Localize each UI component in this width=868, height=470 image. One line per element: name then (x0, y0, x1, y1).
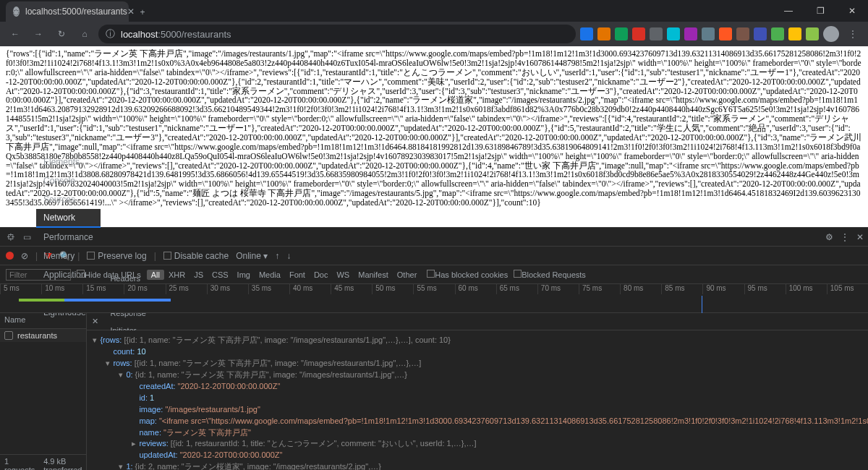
request-row[interactable]: restaurants (0, 329, 86, 342)
url-port: :5000 (158, 29, 182, 40)
extension-icon[interactable] (684, 27, 697, 40)
url-input[interactable]: ⓘ localhost:5000/restaurants (98, 25, 576, 43)
devtools-more-icon[interactable]: ⋮ (841, 232, 849, 242)
timeline-tick: 35 ms (248, 284, 289, 294)
filter-type-xhr[interactable]: XHR (164, 270, 190, 280)
browser-tab[interactable]: ◌ localhost:5000/restaurants ✕ (6, 1, 129, 22)
transferred-size: 4.9 kB transferred (43, 457, 82, 470)
devtools-close-icon[interactable]: ✕ (856, 232, 864, 242)
browser-extensions (580, 27, 819, 40)
new-tab-button[interactable]: + (133, 3, 152, 22)
network-status-bar: 1 requests 4.9 kB transferred (0, 454, 86, 470)
extension-icon[interactable] (667, 27, 680, 40)
blocked-cookies-checkbox[interactable]: Has blocked cookies (427, 270, 508, 279)
clear-button[interactable]: ⊘ (21, 251, 28, 261)
preview-pane[interactable]: ▾{rows: [{id: 1, name: "ラーメン英 下高井戸店", im… (87, 330, 868, 470)
url-path: /restaurants (182, 29, 231, 40)
window-maximize-button[interactable]: ❐ (804, 0, 836, 22)
extension-icon[interactable] (702, 27, 715, 40)
extension-icon[interactable] (580, 27, 593, 40)
preview-line[interactable]: ▾1: {id: 2, name: "ラーメン桜道家", image: "/im… (93, 461, 868, 470)
timeline-tick: 45 ms (331, 284, 372, 294)
devtools-tab-performance[interactable]: Performance (36, 228, 101, 247)
timeline-tick: 105 ms (827, 284, 868, 294)
devtools-tab-sources[interactable]: Sources (36, 190, 101, 209)
filter-type-js[interactable]: JS (190, 270, 208, 280)
preview-line[interactable]: ▾{rows: [{id: 1, name: "ラーメン英 下高井戸店", im… (93, 335, 868, 346)
filter-type-css[interactable]: CSS (208, 270, 233, 280)
extension-icon[interactable] (597, 27, 610, 40)
devtools-settings-icon[interactable]: ⚙ (825, 232, 833, 242)
filter-type-font[interactable]: Font (285, 270, 310, 280)
nav-back-button[interactable]: ← (6, 25, 25, 43)
preview-line[interactable]: createdAt: "2020-12-20T00:00:00.000Z" (93, 381, 868, 393)
timeline-tick: 95 ms (744, 284, 786, 294)
devtools-tab-console[interactable]: Console (36, 171, 101, 190)
extension-icon[interactable] (650, 27, 663, 40)
devtools-main-tabs: ⯐ ▭ ElementsConsoleSourcesNetworkPerform… (0, 228, 868, 247)
filter-type-other[interactable]: Other (393, 270, 422, 280)
extension-icon[interactable] (754, 27, 767, 40)
record-button[interactable] (6, 252, 14, 260)
devtools-tab-network[interactable]: Network (36, 209, 101, 228)
window-minimize-button[interactable]: — (773, 0, 804, 22)
request-list: Name restaurants 1 requests 4.9 kB trans… (0, 313, 87, 470)
nav-forward-button[interactable]: → (29, 25, 48, 43)
detail-close-button[interactable]: ✕ (87, 313, 103, 330)
extension-icon[interactable] (615, 27, 628, 40)
preview-line[interactable]: name: "ラーメン英 下高井戸店" (93, 427, 868, 439)
browser-titlebar: ◌ localhost:5000/restaurants ✕ + — ❐ ✕ (0, 0, 868, 22)
timeline-tick: 40 ms (289, 284, 331, 294)
preview-line[interactable]: ▾0: {id: 1, name: "ラーメン英 下高井戸店", image: … (93, 369, 868, 381)
filter-type-manifest[interactable]: Manifest (354, 270, 393, 280)
request-name: restaurants (17, 331, 57, 340)
window-close-button[interactable]: ✕ (836, 0, 868, 22)
inspect-element-icon[interactable]: ⯐ (4, 232, 17, 242)
network-timeline[interactable]: 5 ms10 ms15 ms20 ms25 ms30 ms35 ms40 ms4… (0, 284, 868, 313)
filter-type-img[interactable]: Img (233, 270, 255, 280)
preview-line[interactable]: map: "<iframe src=\"https://www.google.c… (93, 416, 868, 427)
preview-line[interactable]: ▸reviews: [{id: 1, restaurantId: 1, titl… (93, 438, 868, 450)
download-icon[interactable]: ↓ (286, 251, 291, 261)
preview-line[interactable]: id: 1 (93, 393, 868, 404)
timeline-tick: 50 ms (372, 284, 413, 294)
preview-line[interactable]: count: 10 (93, 346, 868, 358)
profile-avatar[interactable] (823, 26, 839, 42)
extension-icon[interactable] (736, 27, 749, 40)
extension-icon[interactable] (719, 27, 732, 40)
page-raw-json[interactable]: {"rows":[{"id":1,"name":"ラーメン英 下高井戸店","i… (0, 46, 868, 210)
timeline-tick: 25 ms (166, 284, 207, 294)
tab-title: localhost:5000/restaurants (25, 7, 127, 17)
timeline-tick: 85 ms (661, 284, 702, 294)
request-list-header[interactable]: Name (0, 313, 86, 329)
window-controls: — ❐ ✕ (773, 0, 868, 22)
extension-icon[interactable] (806, 27, 819, 40)
site-info-icon[interactable]: ⓘ (106, 27, 115, 40)
timeline-cursor (702, 296, 702, 313)
disable-cache-checkbox[interactable]: Disable cache (163, 251, 229, 261)
nav-reload-button[interactable]: ↻ (52, 25, 71, 43)
filter-input[interactable] (6, 269, 71, 281)
search-icon[interactable]: 🔍 (59, 251, 70, 261)
preview-line[interactable]: updatedAt: "2020-12-20T00:00:00.000Z" (93, 450, 868, 461)
preview-line[interactable]: image: "/images/restaurants/1.jpg" (93, 404, 868, 416)
filter-type-doc[interactable]: Doc (310, 270, 333, 280)
extension-icon[interactable] (771, 27, 784, 40)
filter-toggle-icon[interactable]: ⧩ (45, 251, 52, 261)
extension-icon[interactable] (632, 27, 645, 40)
throttling-select[interactable]: Online ▾ (236, 251, 268, 261)
preserve-log-checkbox[interactable]: Preserve log (87, 251, 146, 261)
upload-icon[interactable]: ↑ (275, 251, 279, 261)
timeline-request-bar (19, 299, 171, 302)
filter-type-ws[interactable]: WS (332, 270, 354, 280)
filter-type-media[interactable]: Media (255, 270, 285, 280)
nav-home-button[interactable]: ⌂ (75, 25, 94, 43)
timeline-tick: 55 ms (413, 284, 454, 294)
preview-line[interactable]: ▾rows: [{id: 1, name: "ラーメン英 下高井戸店", ima… (93, 358, 868, 369)
toggle-device-icon[interactable]: ▭ (20, 232, 33, 242)
extension-icon[interactable] (788, 27, 801, 40)
blocked-requests-checkbox[interactable]: Blocked Requests (514, 270, 586, 279)
devtools-panel: ⯐ ▭ ElementsConsoleSourcesNetworkPerform… (0, 227, 868, 470)
browser-menu-button[interactable]: ⋮ (843, 25, 862, 43)
devtools-tab-elements[interactable]: Elements (36, 153, 101, 171)
